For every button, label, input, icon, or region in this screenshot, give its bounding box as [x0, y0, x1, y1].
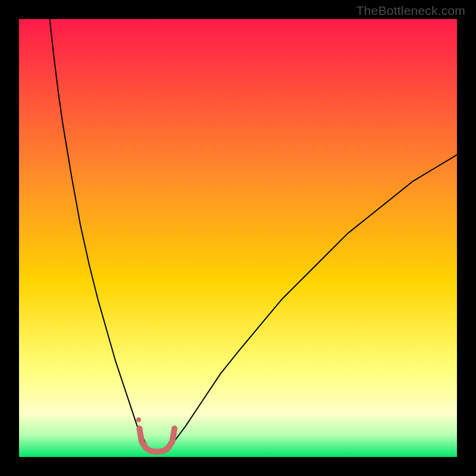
watermark-text: TheBottleneck.com — [356, 4, 465, 18]
chart-frame: TheBottleneck.com — [0, 0, 476, 476]
chart-plot — [19, 19, 457, 457]
gradient-background — [19, 19, 457, 457]
series-valley-dot — [136, 417, 141, 422]
